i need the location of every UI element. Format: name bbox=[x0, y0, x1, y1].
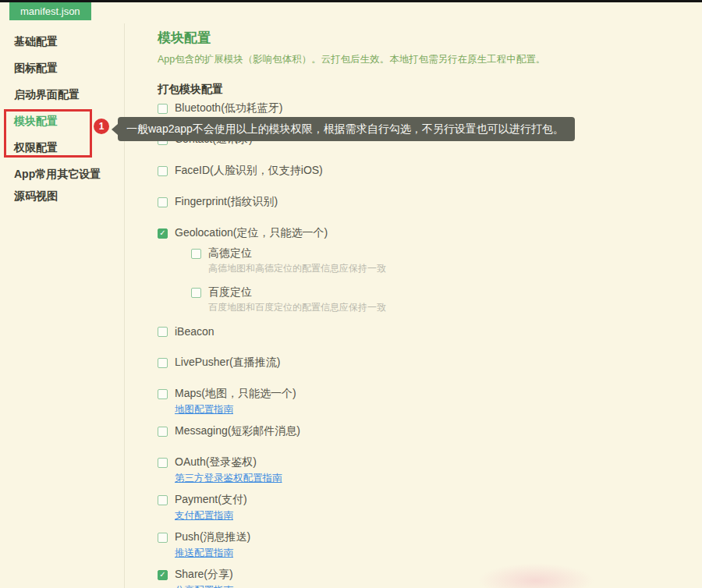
module-line: iBeacon bbox=[158, 325, 702, 338]
module-row: ✓ Share(分享) 分享配置指南 bbox=[158, 569, 702, 588]
module-config-guide-link[interactable]: 支付配置指南 bbox=[175, 509, 233, 522]
module-checkbox[interactable]: ✓ bbox=[158, 570, 168, 580]
module-line: Messaging(短彩邮件消息) bbox=[158, 425, 702, 437]
module-row: OAuth(登录鉴权) 第三方登录鉴权配置指南 bbox=[158, 456, 702, 485]
module-line: ✓ Share(分享) bbox=[158, 569, 702, 581]
module-helper-text: 百度地图和百度定位的配置信息应保持一致 bbox=[208, 301, 702, 314]
module-config-panel: 模块配置 App包含的扩展模块（影响包体积）。云打包后生效。本地打包需另行在原生… bbox=[126, 23, 702, 588]
checkmark-icon: ✓ bbox=[159, 229, 165, 237]
module-config-guide-link[interactable]: 地图配置指南 bbox=[175, 403, 233, 416]
module-line: LivePusher(直播推流) bbox=[158, 356, 702, 369]
module-line: OAuth(登录鉴权) bbox=[158, 456, 702, 469]
module-row: Payment(支付) 支付配置指南 bbox=[158, 494, 702, 522]
module-label[interactable]: iBeacon bbox=[175, 325, 214, 338]
module-row: ✓ Geolocation(定位，只能选一个) bbox=[158, 227, 702, 239]
module-checkbox[interactable] bbox=[158, 427, 168, 437]
tab-manifest-json[interactable]: manifest.json bbox=[9, 2, 91, 20]
module-row: 百度定位 百度地图和百度定位的配置信息应保持一致 bbox=[191, 286, 702, 314]
module-config-guide-link[interactable]: 分享配置指南 bbox=[175, 584, 233, 588]
module-line: 高德定位 bbox=[191, 247, 702, 260]
module-row: 高德定位 高德地图和高德定位的配置信息应保持一致 bbox=[191, 247, 702, 275]
module-row: Bluetooth(低功耗蓝牙) bbox=[158, 102, 702, 115]
module-checkbox[interactable] bbox=[158, 389, 168, 399]
module-label[interactable]: Messaging(短彩邮件消息) bbox=[175, 424, 300, 438]
sidebar-item-图标配置[interactable]: 图标配置 bbox=[0, 62, 124, 74]
module-line: Bluetooth(低功耗蓝牙) bbox=[158, 102, 702, 115]
module-config-guide-link[interactable]: 推送配置指南 bbox=[175, 547, 233, 560]
module-line: ✓ Geolocation(定位，只能选一个) bbox=[158, 227, 702, 239]
module-label[interactable]: OAuth(登录鉴权) bbox=[175, 455, 257, 469]
sidebar-item-list: 基础配置图标配置启动界面配置模块配置权限配置App常用其它设置源码视图 bbox=[0, 35, 124, 202]
sidebar-item-App常用其它设置[interactable]: App常用其它设置 bbox=[0, 168, 124, 180]
module-helper-text: 高德地图和高德定位的配置信息应保持一致 bbox=[208, 262, 702, 275]
module-row: Maps(地图，只能选一个) 地图配置指南 bbox=[158, 388, 702, 416]
module-label[interactable]: Maps(地图，只能选一个) bbox=[175, 387, 296, 401]
module-checkbox[interactable] bbox=[158, 358, 168, 368]
sidebar-item-权限配置[interactable]: 权限配置 bbox=[0, 141, 124, 154]
module-checkbox[interactable] bbox=[158, 197, 168, 207]
module-checkbox[interactable]: ✓ bbox=[158, 228, 168, 239]
module-checkbox[interactable] bbox=[191, 288, 201, 298]
module-line: FaceID(人脸识别，仅支持iOS) bbox=[158, 165, 702, 177]
module-label[interactable]: Geolocation(定位，只能选一个) bbox=[175, 226, 328, 240]
page-subtitle: App包含的扩展模块（影响包体积）。云打包后生效。本地打包需另行在原生工程中配置… bbox=[158, 53, 702, 66]
section-heading: 打包模块配置 bbox=[158, 83, 702, 95]
checkmark-icon: ✓ bbox=[159, 571, 165, 579]
config-sidebar: 基础配置图标配置启动界面配置模块配置权限配置App常用其它设置源码视图 bbox=[0, 23, 125, 588]
module-label[interactable]: LivePusher(直播推流) bbox=[175, 356, 280, 370]
annotation-tooltip: 一般wap2app不会使用以上的模块权限，根据需求自行勾选，不另行设置也可以进行… bbox=[118, 117, 575, 141]
module-checkbox[interactable] bbox=[158, 533, 168, 543]
window-top-bar bbox=[0, 0, 702, 2]
module-label[interactable]: Share(分享) bbox=[175, 568, 233, 582]
module-row: Fingerprint(指纹识别) bbox=[158, 196, 702, 208]
module-label[interactable]: Payment(支付) bbox=[175, 493, 247, 507]
module-checkbox[interactable] bbox=[158, 166, 168, 176]
module-label[interactable]: 百度定位 bbox=[208, 285, 252, 299]
module-line: Payment(支付) bbox=[158, 494, 702, 506]
module-line: Maps(地图，只能选一个) bbox=[158, 388, 702, 400]
sidebar-item-源码视图[interactable]: 源码视图 bbox=[0, 190, 124, 202]
module-config-guide-link[interactable]: 第三方登录鉴权配置指南 bbox=[175, 472, 282, 485]
annotation-step-badge: 1 bbox=[94, 119, 109, 134]
module-row: Push(消息推送) 推送配置指南 bbox=[158, 531, 702, 560]
module-checkbox[interactable] bbox=[158, 495, 168, 505]
module-label[interactable]: Fingerprint(指纹识别) bbox=[175, 195, 278, 209]
module-label[interactable]: FaceID(人脸识别，仅支持iOS) bbox=[175, 164, 323, 178]
module-checkbox[interactable] bbox=[158, 104, 168, 114]
sidebar-item-启动界面配置[interactable]: 启动界面配置 bbox=[0, 88, 124, 101]
module-checkbox[interactable] bbox=[158, 327, 168, 337]
module-checkbox[interactable] bbox=[191, 249, 201, 259]
sidebar-item-基础配置[interactable]: 基础配置 bbox=[0, 35, 124, 48]
module-row: Messaging(短彩邮件消息) bbox=[158, 425, 702, 437]
module-row: iBeacon bbox=[158, 325, 702, 338]
module-row: LivePusher(直播推流) bbox=[158, 356, 702, 369]
page-title: 模块配置 bbox=[158, 30, 702, 47]
module-label[interactable]: 高德定位 bbox=[208, 246, 252, 260]
module-line: Push(消息推送) bbox=[158, 531, 702, 544]
module-checkbox-list: Bluetooth(低功耗蓝牙) Contact(通讯录) FaceID(人脸识… bbox=[158, 102, 702, 588]
module-line: 百度定位 bbox=[191, 286, 702, 299]
module-label[interactable]: Push(消息推送) bbox=[175, 530, 250, 544]
module-line: Fingerprint(指纹识别) bbox=[158, 196, 702, 208]
module-row: FaceID(人脸识别，仅支持iOS) bbox=[158, 165, 702, 177]
module-label[interactable]: Bluetooth(低功耗蓝牙) bbox=[175, 101, 282, 115]
module-checkbox[interactable] bbox=[158, 458, 168, 468]
